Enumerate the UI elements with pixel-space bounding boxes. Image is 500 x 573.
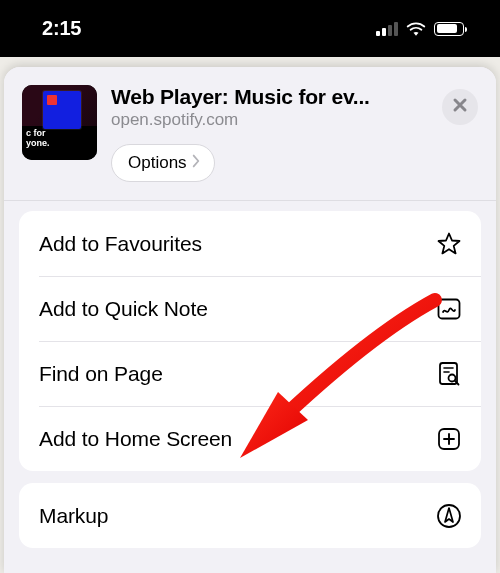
add-home-icon: [435, 425, 463, 453]
share-actions-group: Add to Favourites Add to Quick Note Find…: [19, 211, 481, 471]
options-button[interactable]: Options: [111, 144, 215, 182]
page-thumbnail: c for yone.: [22, 85, 97, 160]
options-label: Options: [128, 153, 187, 173]
markup-row[interactable]: Markup: [19, 483, 481, 548]
ios-status-bar: 2:15: [0, 0, 500, 57]
thumb-text-2: yone.: [26, 138, 50, 148]
action-label: Add to Favourites: [39, 232, 202, 256]
cellular-icon: [376, 22, 398, 36]
quicknote-icon: [435, 295, 463, 323]
ios-share-sheet: c for yone. Web Player: Music for ev... …: [4, 67, 496, 573]
page-url: open.spotify.com: [111, 110, 428, 130]
share-actions-group-2: Markup: [19, 483, 481, 548]
chevron-right-icon: [189, 153, 203, 173]
action-label: Find on Page: [39, 362, 163, 386]
action-label: Add to Quick Note: [39, 297, 208, 321]
action-label: Markup: [39, 504, 108, 528]
add-to-quick-note-row[interactable]: Add to Quick Note: [19, 276, 481, 341]
share-header-text: Web Player: Music for ev... open.spotify…: [111, 85, 428, 194]
close-button[interactable]: [442, 89, 478, 125]
find-icon: [435, 360, 463, 388]
status-indicators: [376, 21, 464, 37]
wifi-icon: [406, 21, 426, 37]
action-label: Add to Home Screen: [39, 427, 232, 451]
battery-icon: [434, 22, 464, 36]
find-on-page-row[interactable]: Find on Page: [19, 341, 481, 406]
share-sheet-header: c for yone. Web Player: Music for ev... …: [4, 67, 496, 201]
status-time: 2:15: [42, 17, 81, 40]
close-icon: [452, 97, 468, 117]
markup-icon: [435, 502, 463, 530]
page-title: Web Player: Music for ev...: [111, 85, 428, 109]
add-to-home-screen-row[interactable]: Add to Home Screen: [19, 406, 481, 471]
add-to-favourites-row[interactable]: Add to Favourites: [19, 211, 481, 276]
thumb-text-1: c for: [26, 128, 46, 138]
star-icon: [435, 230, 463, 258]
